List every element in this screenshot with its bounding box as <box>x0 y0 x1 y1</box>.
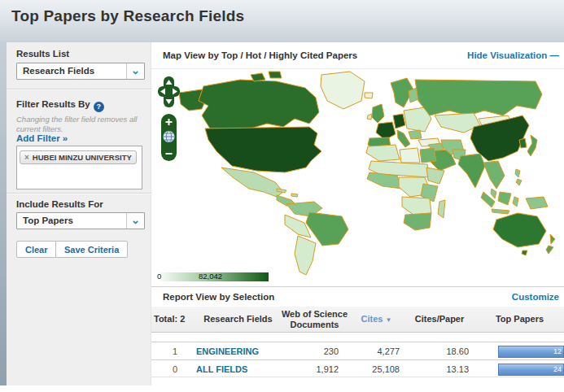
cites-per-paper-value: 13.13 <box>404 364 475 374</box>
include-results-label: Include Results For <box>16 199 103 209</box>
include-results-value: Top Papers <box>17 213 126 229</box>
table-row: 0 ALL FIELDS 1,912 25,108 13.13 24 <box>151 359 564 377</box>
content-area: Results List Research Fields ⌄ Filter Re… <box>0 42 564 392</box>
field-link[interactable]: ALL FIELDS <box>196 364 280 374</box>
pan-control <box>158 76 180 107</box>
report-view-title: Report View by Selection <box>163 292 274 302</box>
sidebar-divider <box>7 89 151 90</box>
sort-desc-icon: ▼ <box>386 316 392 324</box>
chevron-down-icon[interactable]: ⌄ <box>126 213 144 229</box>
col-top-papers[interactable]: Top Papers <box>475 314 564 324</box>
map-view-title: Map View by Top / Hot / Highly Cited Pap… <box>163 50 357 60</box>
top-papers-cell: 24 <box>475 360 564 378</box>
main-panel: Map View by Top / Hot / Highly Cited Pap… <box>151 42 564 390</box>
help-icon[interactable]: ? <box>94 102 104 112</box>
field-link[interactable]: ENGINEERING <box>196 346 280 356</box>
world-map[interactable] <box>151 70 564 275</box>
map-color-legend: 0 82,042 <box>156 272 269 281</box>
page-title: Top Papers by Research Fields <box>11 7 564 25</box>
page-header: Top Papers by Research Fields <box>0 0 564 42</box>
filter-results-by-label: Filter Results By? <box>16 99 104 112</box>
col-cites-per-paper[interactable]: Cites/Paper <box>404 314 475 324</box>
save-criteria-button[interactable]: Save Criteria <box>55 241 128 258</box>
divider <box>151 286 564 287</box>
hide-visualization-link[interactable]: Hide Visualization — <box>467 50 559 60</box>
cites-value: 4,277 <box>349 346 404 356</box>
choropleth-world-map[interactable] <box>155 70 564 275</box>
documents-value: 230 <box>280 346 349 356</box>
clear-button[interactable]: Clear <box>16 241 57 258</box>
documents-value: 1,912 <box>280 364 349 374</box>
map-zoom-controls[interactable] <box>157 76 181 168</box>
table-row: 1 ENGINEERING 230 4,277 18.60 12 <box>151 342 564 359</box>
customize-link[interactable]: Customize <box>512 292 559 302</box>
results-list-dropdown[interactable]: Research Fields ⌄ <box>16 63 145 80</box>
include-results-dropdown[interactable]: Top Papers ⌄ <box>16 212 145 229</box>
sidebar: Results List Research Fields ⌄ Filter Re… <box>7 42 151 385</box>
divider <box>151 68 564 69</box>
row-rank: 0 <box>154 364 196 374</box>
legend-min-value: 0 <box>157 272 161 281</box>
zoom-pill <box>161 114 177 161</box>
add-filter-link[interactable]: Add Filter » <box>16 133 68 143</box>
top-papers-bar: 12 <box>498 346 564 358</box>
legend-max-value: 82,042 <box>199 272 222 281</box>
col-cites-sorted[interactable]: Cites ▼ <box>349 314 404 324</box>
active-filters-box: × HUBEI MINZU UNIVERSITY <box>16 146 142 189</box>
results-list-value: Research Fields <box>17 63 126 79</box>
cites-per-paper-value: 18.60 <box>404 346 475 356</box>
cites-value: 25,108 <box>349 364 404 374</box>
minus-icon: — <box>550 50 560 60</box>
row-rank: 1 <box>154 346 196 356</box>
remove-filter-icon[interactable]: × <box>24 153 29 162</box>
top-papers-cell: 12 <box>475 342 564 360</box>
left-edge-strip <box>0 42 7 385</box>
sidebar-divider <box>7 193 151 194</box>
table-header-row: Total: 2 Research Fields Web of Science … <box>151 307 564 333</box>
col-wos-documents[interactable]: Web of Science Documents <box>280 309 349 329</box>
chevron-down-icon[interactable]: ⌄ <box>126 63 144 79</box>
col-research-fields[interactable]: Research Fields <box>196 314 280 324</box>
total-count: Total: 2 <box>154 314 196 324</box>
filter-tag[interactable]: × HUBEI MINZU UNIVERSITY <box>20 150 137 164</box>
top-papers-bar: 24 <box>498 364 564 376</box>
filter-note: Changing the filter field removes all cu… <box>16 115 142 134</box>
filter-tag-label: HUBEI MINZU UNIVERSITY <box>33 153 132 162</box>
results-list-label: Results List <box>16 49 69 59</box>
